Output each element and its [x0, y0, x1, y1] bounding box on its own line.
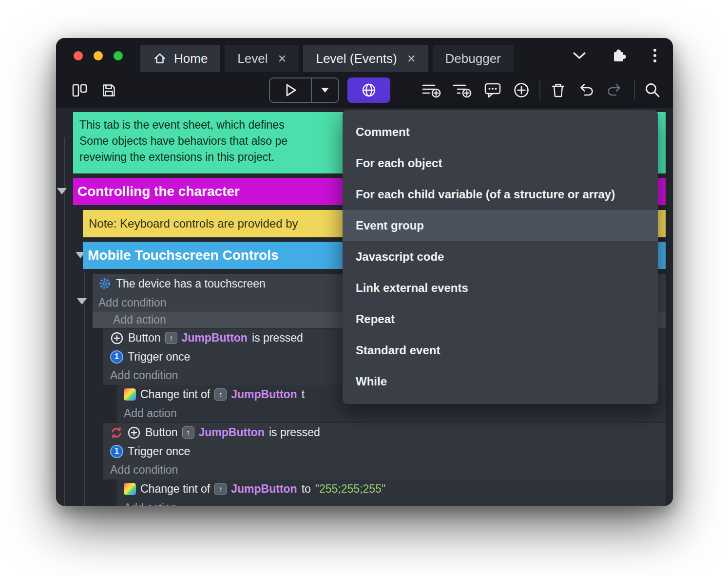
add-subevent-icon[interactable] [451, 80, 473, 100]
tab-bar: Home Level × Level (Events) × Debugger [140, 45, 514, 72]
action-change-tint-white[interactable]: Change tint of ↑ JumpButton to "255;255;… [117, 480, 666, 506]
collapse-arrow-icon[interactable] [57, 188, 67, 194]
tint-palette-icon [124, 483, 136, 495]
trigger-once-icon: 1 [110, 350, 123, 364]
inverted-condition-icon [110, 426, 123, 439]
delete-icon[interactable] [547, 80, 569, 100]
object-name: JumpButton [231, 482, 297, 496]
toolbar-separator [634, 80, 635, 100]
more-menu-icon[interactable] [648, 47, 662, 64]
menu-item-comment[interactable]: Comment [343, 116, 658, 148]
toolbar-separator [539, 80, 540, 100]
tint-palette-icon [124, 388, 136, 401]
menu-item-event-group[interactable]: Event group [343, 210, 658, 241]
tab-label: Debugger [445, 51, 501, 66]
add-action-link[interactable]: Add action [117, 404, 666, 422]
tab-label: Level (Events) [316, 51, 397, 66]
object-name: JumpButton [199, 426, 265, 439]
titlebar: Home Level × Level (Events) × Debugger [56, 38, 673, 72]
condition-button-pressed[interactable]: Button ↑ JumpButton is pressed [103, 423, 666, 442]
undo-icon[interactable] [575, 80, 597, 100]
close-tab-icon[interactable]: × [407, 52, 416, 66]
menu-item-standard-event[interactable]: Standard event [343, 335, 658, 366]
condition-trigger-once[interactable]: 1 Trigger once [103, 442, 666, 461]
app-window: Home Level × Level (Events) × Debugger [56, 38, 673, 506]
condition-text: is pressed [252, 331, 303, 345]
tab-label: Home [174, 51, 208, 66]
save-icon[interactable] [98, 80, 119, 100]
menu-item-for-each-object[interactable]: For each object [343, 148, 658, 179]
close-window-button[interactable] [74, 51, 83, 60]
jumpbutton-object-icon: ↑ [214, 483, 227, 495]
preview-button-group [269, 77, 339, 103]
action-text: to [302, 482, 311, 496]
tab-home[interactable]: Home [140, 45, 220, 72]
redo-icon[interactable] [604, 80, 625, 100]
menu-item-repeat[interactable]: Repeat [343, 304, 658, 335]
button-icon [127, 426, 141, 440]
tab-label: Level [237, 51, 268, 66]
menu-item-for-each-child-variable[interactable]: For each child variable (of a structure … [343, 179, 658, 210]
tint-value: "255;255;255" [315, 482, 385, 496]
add-condition-link[interactable]: Add condition [103, 461, 666, 479]
tab-level[interactable]: Level × [225, 45, 299, 72]
close-tab-icon[interactable]: × [278, 52, 287, 66]
event-jumpbutton-pressed-inverted[interactable]: Button ↑ JumpButton is pressed 1 Trigger… [103, 423, 666, 480]
indent-guide [84, 272, 85, 506]
action-text: Change tint of [140, 388, 210, 401]
extensions-puzzle-icon[interactable] [608, 47, 629, 64]
condition-text: is pressed [269, 426, 320, 439]
condition-text: Trigger once [128, 350, 190, 364]
menu-item-while[interactable]: While [343, 366, 658, 397]
search-icon[interactable] [642, 80, 663, 100]
toolbar [56, 72, 673, 108]
minimize-window-button[interactable] [94, 51, 103, 60]
add-action-link[interactable]: Add action [117, 499, 666, 506]
project-manager-icon[interactable] [69, 80, 90, 100]
play-preview-button[interactable] [270, 78, 312, 102]
condition-text: The device has a touchscreen [116, 277, 266, 290]
condition-text: Trigger once [128, 445, 190, 458]
window-controls [74, 51, 123, 60]
object-name: JumpButton [231, 388, 297, 401]
tab-debugger[interactable]: Debugger [433, 45, 514, 72]
jumpbutton-object-icon: ↑ [165, 332, 177, 344]
globe-icon [361, 82, 377, 98]
condition-text: Button [145, 426, 178, 439]
tab-level-events[interactable]: Level (Events) × [303, 45, 428, 72]
gear-icon [98, 277, 112, 290]
condition-text: Button [128, 331, 161, 345]
jumpbutton-object-icon: ↑ [214, 388, 227, 401]
add-comment-icon[interactable] [482, 80, 503, 100]
collapse-arrow-icon[interactable] [77, 298, 87, 305]
menu-item-javascript-code[interactable]: Javascript code [343, 241, 658, 272]
zoom-window-button[interactable] [114, 51, 123, 60]
action-text: t [302, 388, 305, 401]
trigger-once-icon: 1 [110, 445, 123, 458]
home-icon [153, 52, 167, 65]
add-event-type-button[interactable] [347, 77, 390, 103]
add-other-event-icon[interactable] [511, 80, 532, 100]
preview-options-caret[interactable] [312, 78, 338, 102]
menu-item-link-external-events[interactable]: Link external events [343, 272, 658, 304]
action-text: Change tint of [140, 482, 210, 496]
add-event-context-menu: Comment For each object For each child v… [343, 110, 658, 404]
button-icon [110, 331, 124, 345]
chevron-down-icon[interactable] [569, 47, 590, 64]
add-event-icon[interactable] [421, 80, 442, 100]
action-tint[interactable]: Change tint of ↑ JumpButton to "255;255;… [117, 480, 666, 499]
jumpbutton-object-icon: ↑ [182, 426, 194, 439]
object-name: JumpButton [182, 331, 248, 345]
